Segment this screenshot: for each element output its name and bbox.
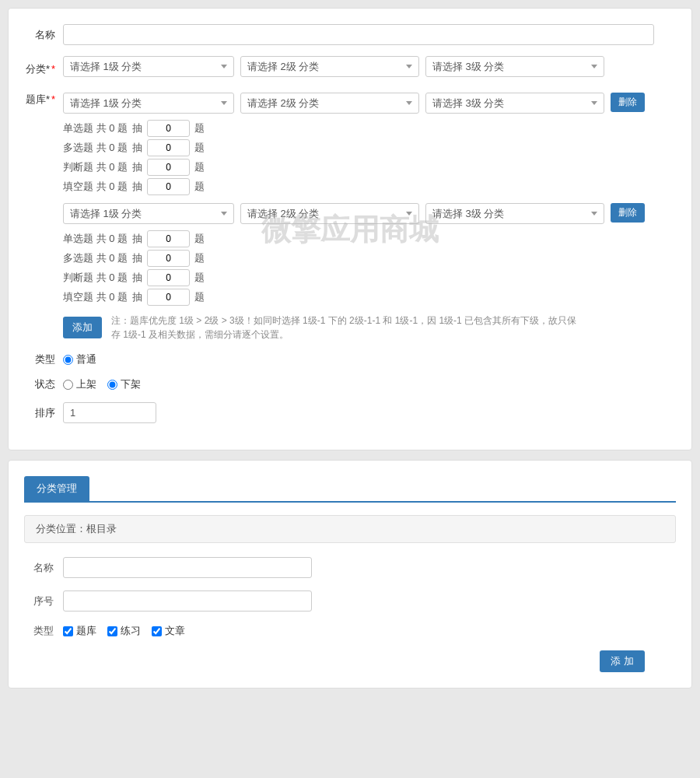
add-btn-row: 添 加 xyxy=(24,650,676,672)
status-row: 状态 上架 下架 xyxy=(24,377,676,391)
type-checkbox-group: 题库 练习 文章 xyxy=(63,624,185,638)
qt-single-label-1: 单选题 共 0 题 xyxy=(63,121,128,135)
checkbox-qbank[interactable]: 题库 xyxy=(63,624,96,638)
qbank-block-2-content: 请选择 1级 分类 请选择 2级 分类 请选择 3级 分类 xyxy=(63,203,604,306)
status-offline-option[interactable]: 下架 xyxy=(107,377,141,391)
status-online-label: 上架 xyxy=(76,377,96,391)
qt-single-unit-1: 题 xyxy=(194,121,205,135)
panel2-add-button[interactable]: 添 加 xyxy=(600,650,645,672)
add-qbank-button[interactable]: 添加 xyxy=(63,317,102,338)
type-radio-group: 普通 xyxy=(63,352,96,366)
form2-name-input[interactable] xyxy=(63,557,312,578)
qbank2-level1-select[interactable]: 请选择 1级 分类 xyxy=(63,203,234,224)
qt-multi-label-2: 多选题 共 0 题 xyxy=(63,251,128,265)
qbank1-level1-select[interactable]: 请选择 1级 分类 xyxy=(63,93,234,114)
type-normal-option[interactable]: 普通 xyxy=(63,352,96,366)
tab-category-mgmt[interactable]: 分类管理 xyxy=(24,476,89,501)
qbank2-level3-select[interactable]: 请选择 3级 分类 xyxy=(425,203,604,224)
delete-button-1[interactable]: 删除 xyxy=(611,93,645,112)
qt-single-2: 单选题 共 0 题 抽 题 xyxy=(63,230,205,247)
qt-fill-label-1: 填空题 共 0 题 xyxy=(63,180,128,194)
qt-single-unit-2: 题 xyxy=(194,232,205,246)
qt-draw-label-multi-1: 抽 xyxy=(132,141,142,155)
checkbox-qbank-input[interactable] xyxy=(63,626,73,636)
qbank-selects-1: 请选择 1级 分类 请选择 2级 分类 请选择 3级 分类 xyxy=(63,93,604,114)
status-label: 状态 xyxy=(24,377,63,391)
qt-draw-label-s2: 抽 xyxy=(132,232,142,246)
status-online-radio[interactable] xyxy=(63,380,73,390)
category-row: 分类* 请选择 1级 分类 请选择 2级 分类 请选择 3级 分类 xyxy=(24,56,676,82)
status-offline-radio[interactable] xyxy=(107,380,117,390)
note-text: 注：题库优先度 1级 > 2级 > 3级！如同时选择 1级-1 下的 2级-1-… xyxy=(111,314,578,342)
category-location: 分类位置：根目录 xyxy=(24,515,676,543)
qt-col-left-2: 单选题 共 0 题 抽 题 多选题 共 0 题 抽 题 xyxy=(63,230,205,306)
checkbox-practice-label: 练习 xyxy=(121,624,141,638)
type-normal-radio[interactable] xyxy=(63,355,73,365)
checkbox-practice-input[interactable] xyxy=(107,626,117,636)
qt-fill-unit-1: 题 xyxy=(194,180,205,194)
qt-draw-label-m2: 抽 xyxy=(132,251,142,265)
add-note-row: 添加 注：题库优先度 1级 > 2级 > 3级！如同时选择 1级-1 下的 2级… xyxy=(63,314,676,342)
qt-judge-2: 判断题 共 0 题 抽 题 xyxy=(63,269,205,286)
qbank-types-1: 单选题 共 0 题 抽 题 多选题 共 0 题 抽 题 xyxy=(63,118,604,195)
form2-order-input[interactable] xyxy=(63,591,312,612)
qt-single-input-2[interactable] xyxy=(147,230,190,247)
qt-draw-label-f2: 抽 xyxy=(132,290,142,304)
qt-draw-label-fill-1: 抽 xyxy=(132,180,142,194)
qt-single-1: 单选题 共 0 题 抽 题 xyxy=(63,120,205,137)
qt-draw-label-1: 抽 xyxy=(132,121,142,135)
category-level2-select[interactable]: 请选择 2级 分类 xyxy=(240,56,419,77)
qbank-block-1-inner: 请选择 1级 分类 请选择 2级 分类 请选择 3级 分类 xyxy=(63,93,676,195)
qt-multi-1: 多选题 共 0 题 抽 题 xyxy=(63,139,205,156)
category-selects: 请选择 1级 分类 请选择 2级 分类 请选择 3级 分类 xyxy=(63,56,676,77)
order-label: 排序 xyxy=(24,406,63,420)
panel-category-mgmt: 分类管理 分类位置：根目录 名称 序号 类型 题库 练习 文章 xyxy=(8,460,692,689)
qt-draw-label-judge-1: 抽 xyxy=(132,160,142,174)
qt-judge-input-2[interactable] xyxy=(147,269,190,286)
qt-fill-label-2: 填空题 共 0 题 xyxy=(63,290,128,304)
category-label: 分类* xyxy=(24,62,63,76)
qt-judge-label-1: 判断题 共 0 题 xyxy=(63,160,128,174)
order-row: 排序 xyxy=(24,402,676,423)
qt-judge-1: 判断题 共 0 题 抽 题 xyxy=(63,159,205,176)
qt-multi-unit-1: 题 xyxy=(194,141,205,155)
qt-judge-unit-1: 题 xyxy=(194,160,205,174)
name-input[interactable] xyxy=(63,24,654,45)
order-input[interactable] xyxy=(63,402,156,423)
qt-multi-unit-2: 题 xyxy=(194,251,205,265)
qt-fill-input-2[interactable] xyxy=(147,289,190,306)
type-label: 类型 xyxy=(24,352,63,366)
qt-judge-input-1[interactable] xyxy=(147,159,190,176)
form2-type-row: 类型 题库 练习 文章 xyxy=(24,624,676,638)
form2-name-label: 名称 xyxy=(24,561,63,575)
qt-fill-input-1[interactable] xyxy=(147,178,190,195)
checkbox-qbank-label: 题库 xyxy=(76,624,96,638)
qbank1-level2-select[interactable]: 请选择 2级 分类 xyxy=(240,93,419,114)
delete-button-2[interactable]: 删除 xyxy=(611,203,645,223)
status-online-option[interactable]: 上架 xyxy=(63,377,96,391)
category-level3-select[interactable]: 请选择 3级 分类 xyxy=(425,56,604,77)
checkbox-article[interactable]: 文章 xyxy=(152,624,185,638)
qt-multi-input-2[interactable] xyxy=(147,250,190,267)
qbank-block-2-inner: 请选择 1级 分类 请选择 2级 分类 请选择 3级 分类 xyxy=(63,203,676,306)
qt-fill-2: 填空题 共 0 题 抽 题 xyxy=(63,289,205,306)
qbank-container: 请选择 1级 分类 请选择 2级 分类 请选择 3级 分类 xyxy=(63,93,676,342)
qbank-selects-2: 请选择 1级 分类 请选择 2级 分类 请选择 3级 分类 xyxy=(63,203,604,224)
qbank-block-1-content: 请选择 1级 分类 请选择 2级 分类 请选择 3级 分类 xyxy=(63,93,604,195)
category-level1-select[interactable]: 请选择 1级 分类 xyxy=(63,56,234,77)
checkbox-article-input[interactable] xyxy=(152,626,162,636)
qt-judge-unit-2: 题 xyxy=(194,271,205,285)
tab-header: 分类管理 xyxy=(24,476,676,503)
qt-multi-input-1[interactable] xyxy=(147,139,190,156)
qt-single-label-2: 单选题 共 0 题 xyxy=(63,232,128,246)
qbank1-level3-select[interactable]: 请选择 3级 分类 xyxy=(425,93,604,114)
form2-type-label: 类型 xyxy=(24,624,63,638)
qt-draw-label-j2: 抽 xyxy=(132,271,142,285)
qt-single-input-1[interactable] xyxy=(147,120,190,137)
qbank-label: 题库* xyxy=(24,93,63,107)
qbank-block-2: 请选择 1级 分类 请选择 2级 分类 请选择 3级 分类 xyxy=(63,203,676,306)
checkbox-practice[interactable]: 练习 xyxy=(107,624,141,638)
type-normal-label: 普通 xyxy=(76,352,96,366)
qbank2-level2-select[interactable]: 请选择 2级 分类 xyxy=(240,203,419,224)
qbank-row: 题库* 请选择 1级 分类 请选择 2级 分类 xyxy=(24,93,676,342)
